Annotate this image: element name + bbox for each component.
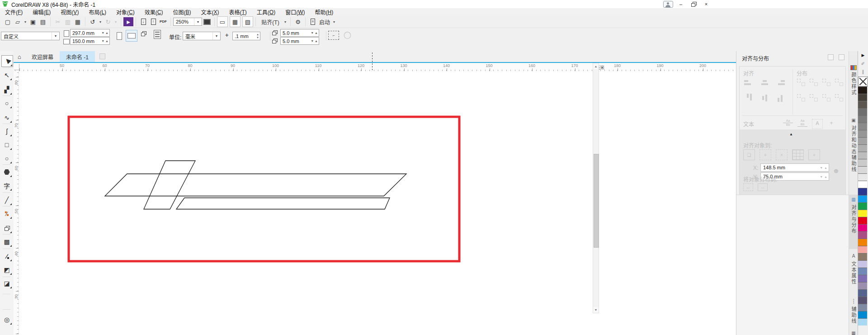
color-swatch[interactable]	[858, 181, 867, 188]
show-grid-button[interactable]: ▦	[230, 16, 241, 27]
color-swatch[interactable]	[858, 311, 867, 318]
treat-as-filled-button[interactable]: ⌐	[328, 31, 339, 40]
menu-item[interactable]: 编辑(E)	[28, 8, 56, 16]
menu-item[interactable]: 文件(F)	[0, 8, 28, 16]
menu-item[interactable]: 窗口(W)	[280, 8, 310, 16]
vertical-ruler[interactable]: 807060504030	[14, 71, 19, 335]
drop-shadow-tool[interactable]	[1, 223, 12, 234]
page-height-stepper[interactable]: ▼▲	[100, 39, 109, 43]
distribute-center-h-button[interactable]	[809, 78, 818, 86]
color-swatch[interactable]	[858, 268, 867, 275]
color-swatch[interactable]	[858, 246, 867, 253]
undo-dropdown[interactable]: ▾	[98, 17, 103, 27]
full-screen-preview-button[interactable]	[202, 17, 212, 27]
align-bottom-button[interactable]	[775, 94, 785, 102]
color-swatch[interactable]	[858, 282, 867, 289]
docker-tab[interactable]: ▦ 封套(E)	[849, 328, 858, 335]
chevron-down-icon[interactable]: ▾	[52, 32, 59, 40]
x-stepper[interactable]: ▼▲	[820, 166, 829, 169]
scroll-up-button[interactable]: ▲	[593, 63, 599, 69]
parallel-dimension-tool[interactable]: ╱	[1, 195, 12, 206]
docker-flyout-button[interactable]	[828, 54, 834, 60]
show-rulers-button[interactable]: ▭	[217, 16, 228, 27]
duplicate-y-stepper[interactable]: ▼▲	[310, 39, 319, 43]
color-swatch[interactable]	[858, 239, 867, 246]
distribute-to-page-button[interactable]: ↔	[758, 183, 768, 191]
export-button[interactable]: ↑	[148, 17, 158, 27]
menu-item[interactable]: 效果(C)	[140, 8, 168, 16]
paste-button[interactable]: ▦	[73, 17, 83, 27]
distribute-right-button[interactable]	[835, 78, 844, 86]
color-swatch[interactable]	[858, 253, 867, 260]
color-swatch[interactable]	[858, 210, 867, 217]
zoom-level-combo[interactable]: 250% ▾	[173, 18, 202, 26]
color-swatch[interactable]	[858, 289, 867, 297]
color-swatch[interactable]	[858, 231, 867, 239]
page-width-stepper[interactable]: ▼▲	[100, 31, 109, 34]
minimize-button[interactable]: –	[675, 0, 687, 8]
distribute-to-selection-button[interactable]: ↔	[743, 183, 753, 191]
account-button[interactable]	[662, 0, 675, 8]
docker-close-button[interactable]	[839, 54, 844, 60]
color-swatch[interactable]	[858, 297, 867, 304]
copy-button[interactable]: ▥	[63, 17, 73, 27]
print-button[interactable]: ▤	[38, 17, 48, 27]
launcher-dropdown[interactable]: ▾	[331, 17, 337, 27]
scrollbar-thumb[interactable]	[594, 154, 599, 248]
color-swatch[interactable]	[858, 94, 867, 101]
freehand-tool[interactable]: ∿	[1, 112, 12, 123]
snap-to-dropdown[interactable]: ▾	[283, 17, 288, 27]
docker-tab[interactable]: ▣ 对齐和动态辅助线	[849, 115, 858, 192]
duplicate-distance-y-field[interactable]: 5.0 mm ▼▲	[280, 37, 319, 45]
new-tab-button[interactable]	[99, 53, 105, 59]
chevron-down-icon[interactable]: ▾	[194, 18, 202, 25]
color-swatch[interactable]	[858, 130, 867, 137]
redo-button[interactable]: ↻	[103, 17, 113, 27]
search-content-button[interactable]: ▶	[123, 17, 133, 26]
zoom-tool[interactable]: ○	[1, 98, 12, 109]
align-right-button[interactable]	[775, 78, 785, 86]
align-top-button[interactable]	[744, 94, 754, 102]
eyedropper-icon[interactable]: ✐	[858, 59, 868, 67]
menu-item[interactable]: 表格(T)	[224, 8, 251, 16]
horizontal-ruler[interactable]: 5060708090100110120130140150160170180190…	[14, 62, 736, 71]
ellipse-tool[interactable]: ○	[1, 153, 12, 164]
rectangle-tool[interactable]: □	[1, 139, 12, 150]
nudge-stepper[interactable]: ▲▼	[255, 33, 260, 39]
menu-item[interactable]: 帮助(H)	[310, 8, 338, 16]
parallelogram-shape[interactable]	[105, 174, 406, 196]
page-width-field[interactable]: 297.0 mm ▼▲	[70, 29, 110, 37]
red-rectangle-shape[interactable]	[69, 117, 459, 261]
nudge-distance-field[interactable]: .1 mm ▲▼	[232, 32, 260, 40]
color-swatch[interactable]	[858, 152, 867, 159]
docker-tab[interactable]: 颜色样式	[849, 63, 858, 113]
color-swatch[interactable]	[858, 224, 867, 231]
open-button[interactable]: ▱	[13, 17, 23, 27]
outline-pen-tool[interactable]: ◎	[1, 314, 12, 325]
align-left-button[interactable]	[744, 78, 754, 86]
smart-fill-tool[interactable]: ◪	[1, 278, 12, 289]
color-swatch[interactable]	[858, 144, 867, 152]
align-to-specified-point-button[interactable]: +	[808, 149, 820, 160]
color-swatch[interactable]	[858, 115, 867, 123]
docker-tab[interactable]: A 文本属性	[849, 251, 858, 294]
options-button[interactable]: ⚙	[293, 17, 303, 27]
color-swatch[interactable]	[858, 166, 867, 173]
cut-button[interactable]: ✂	[53, 17, 63, 27]
fillet-button[interactable]: ◯	[344, 31, 351, 39]
specify-point-icon[interactable]: ⊕	[834, 168, 839, 174]
show-guidelines-button[interactable]: ▧	[242, 16, 253, 27]
vertical-scrollbar[interactable]: ▲ ▼	[593, 63, 599, 313]
units-combo[interactable]: 毫米 ▾	[183, 32, 221, 40]
duplicate-distance-x-field[interactable]: 5.0 mm ▼▲	[280, 29, 319, 37]
y-stepper[interactable]: ▼▲	[820, 175, 829, 178]
menu-item[interactable]: 位图(B)	[168, 8, 196, 16]
current-page-button[interactable]	[154, 30, 161, 39]
docker-tab[interactable]: ▥ 对齐与分布	[849, 195, 858, 249]
x-coordinate-field[interactable]: 148.5 mm ▼▲	[760, 163, 829, 172]
color-swatch[interactable]	[858, 86, 867, 94]
close-button[interactable]: ×	[700, 0, 712, 8]
docker-tab[interactable]: ┆ 辅助线	[849, 297, 858, 326]
color-swatch[interactable]	[858, 188, 867, 195]
color-swatch[interactable]	[858, 137, 867, 144]
